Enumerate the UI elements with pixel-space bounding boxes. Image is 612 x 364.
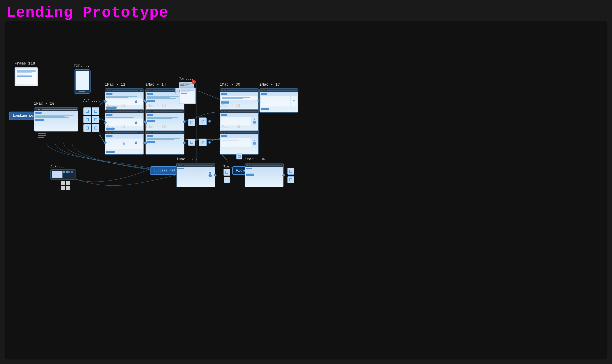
svg-rect-4 bbox=[86, 127, 88, 129]
frame-br-label: Fram... bbox=[179, 82, 193, 87]
alph-1-label: ALPh... bbox=[83, 99, 99, 103]
imac-19-node[interactable]: iMac - 19 bbox=[220, 130, 259, 155]
imac-11-label: iMac - 11 bbox=[105, 82, 125, 87]
svg-rect-7 bbox=[190, 121, 193, 124]
imac-35-label: iMac - 35 bbox=[176, 157, 197, 161]
txn-top-node[interactable]: Txn.... bbox=[74, 69, 91, 94]
small-right-15[interactable] bbox=[199, 117, 207, 125]
imac-10-label: iMac - 10 bbox=[34, 102, 54, 106]
imac15-right-connector[interactable] bbox=[188, 119, 195, 126]
imac-36-node[interactable]: iMac - 36 bbox=[245, 163, 284, 187]
imac-13-node[interactable]: iMac - 13 ··· bbox=[105, 130, 144, 155]
svg-point-17 bbox=[209, 172, 211, 174]
imac-12-label: iMac - 12 bbox=[105, 104, 125, 108]
imac-17-label: iMac - 17 bbox=[259, 82, 280, 87]
connector-5[interactable] bbox=[83, 124, 91, 132]
imac-36-label: iMac - 36 bbox=[245, 157, 265, 161]
svg-rect-14 bbox=[238, 156, 240, 157]
frame-118-label: Frame 118 bbox=[14, 61, 35, 65]
imac-11-node[interactable]: iMac - 11 ··· bbox=[105, 88, 144, 113]
connector-3[interactable] bbox=[83, 116, 91, 123]
alph-bottom-node[interactable]: ALPH... bbox=[51, 165, 76, 190]
imac-15-label: iMac - 15 bbox=[146, 104, 166, 108]
svg-rect-11 bbox=[253, 121, 256, 124]
svg-rect-21 bbox=[290, 170, 292, 172]
imac-30-label: iMac - 30 bbox=[220, 82, 240, 87]
txn-mid-below-connector[interactable] bbox=[224, 177, 230, 183]
svg-rect-20 bbox=[226, 179, 228, 181]
connector-2[interactable] bbox=[92, 107, 99, 115]
imac-15-node[interactable]: iMac - 15 bbox=[146, 109, 185, 134]
svg-point-18 bbox=[209, 174, 212, 177]
frame-118-node[interactable]: Frame 118 bbox=[14, 67, 38, 86]
imac-35-node[interactable]: iMac - 35 bbox=[176, 163, 215, 187]
imac-16-node[interactable]: iMac - 16 bbox=[146, 130, 185, 155]
imac-19-label: iMac - 19 bbox=[220, 125, 240, 129]
imac-18-node[interactable]: iMac - 18 ↑ bbox=[220, 109, 259, 134]
svg-rect-13 bbox=[253, 142, 256, 145]
svg-rect-3 bbox=[94, 118, 97, 121]
imac-10-node[interactable]: iMac - 10 bbox=[34, 107, 78, 132]
svg-point-10 bbox=[254, 118, 255, 120]
svg-rect-22 bbox=[290, 178, 292, 181]
svg-rect-8 bbox=[190, 141, 193, 144]
small-right-16[interactable] bbox=[199, 139, 207, 146]
imac16-right-connector[interactable] bbox=[188, 139, 195, 146]
imac-17-node[interactable]: iMac - 17 bbox=[259, 88, 298, 113]
connections-svg bbox=[4, 21, 608, 360]
txn-top-label: Txn.... bbox=[74, 64, 90, 68]
imac-16-label: iMac - 16 bbox=[146, 125, 166, 129]
svg-rect-0 bbox=[86, 110, 88, 112]
svg-rect-1 bbox=[94, 110, 97, 112]
imac36-right-2[interactable] bbox=[287, 176, 294, 183]
connector-6[interactable] bbox=[92, 124, 99, 132]
frame-br-node[interactable]: Fram... bbox=[179, 82, 196, 104]
connector-1[interactable] bbox=[83, 107, 91, 115]
alph-bottom-label: ALPH... bbox=[51, 165, 76, 169]
svg-rect-19 bbox=[226, 171, 228, 174]
canvas-area[interactable]: Frame 118 Txn.... Lending Workfl... bbox=[4, 21, 608, 360]
svg-point-12 bbox=[254, 140, 255, 141]
svg-rect-2 bbox=[86, 118, 88, 121]
imac-18-label: iMac - 18 bbox=[220, 104, 240, 108]
imac-13-label: iMac - 13 bbox=[105, 125, 125, 129]
imac-12-node[interactable]: iMac - 12 ··· bbox=[105, 109, 144, 134]
imac-14-label: iMac - 14 bbox=[146, 82, 166, 87]
svg-rect-5 bbox=[94, 127, 97, 129]
connector-4[interactable] bbox=[92, 116, 99, 123]
svg-rect-9 bbox=[177, 90, 179, 92]
imac36-right-1[interactable] bbox=[287, 168, 294, 175]
imac19-bottom-connector[interactable] bbox=[236, 154, 242, 159]
alph-group-1[interactable]: ALPh... bbox=[83, 104, 99, 132]
txn-tr-label: Txn.... bbox=[179, 77, 193, 80]
